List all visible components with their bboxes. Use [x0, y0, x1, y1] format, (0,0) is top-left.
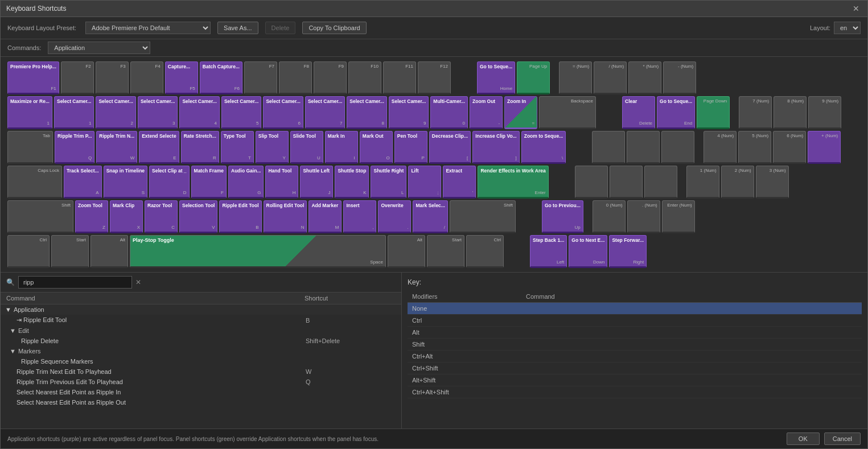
- key-space[interactable]: Play-Stop Toggle Space: [130, 235, 386, 268]
- key-slash[interactable]: Mark Selec... /: [413, 200, 448, 233]
- save-as-button[interactable]: Save As...: [217, 22, 258, 34]
- key-f[interactable]: Match Frame F: [191, 166, 227, 199]
- key-f4[interactable]: F4: [130, 61, 163, 94]
- key-backslash[interactable]: Zoom to Seque... \: [521, 131, 566, 164]
- key-x[interactable]: Mark Clip X: [110, 200, 143, 233]
- key-z[interactable]: Zoom Tool Z: [75, 200, 108, 233]
- cmd-edit-subgroup[interactable]: ▼ Edit: [1, 326, 401, 336]
- key-alt-r[interactable]: Alt: [388, 235, 425, 268]
- key-backtick[interactable]: Maximize or Re... 1: [7, 96, 52, 129]
- key-i[interactable]: Mark In I: [325, 131, 358, 164]
- key-lbracket[interactable]: Decrease Clip... [: [429, 131, 471, 164]
- key-w[interactable]: Ripple Trim N... W: [96, 131, 137, 164]
- commands-select[interactable]: Application: [48, 42, 150, 54]
- key-num4[interactable]: 4 (Num): [704, 131, 737, 164]
- key-g[interactable]: Audio Gain... G: [228, 166, 264, 199]
- key-d[interactable]: Select Clip at _ D: [149, 166, 189, 199]
- copy-to-clipboard-button[interactable]: Copy To Clipboard: [302, 22, 366, 34]
- modifier-shift[interactable]: Shift: [408, 339, 862, 351]
- key-0[interactable]: Multi-Camer... 0: [430, 96, 468, 129]
- clear-search-button[interactable]: ✕: [135, 278, 141, 286]
- cmd-ripple-delete[interactable]: Ripple Delete Shift+Delete: [1, 336, 401, 346]
- key-comma[interactable]: Insert ,: [343, 200, 376, 233]
- key-clear[interactable]: Clear Delete: [622, 96, 655, 129]
- key-f7[interactable]: F7: [244, 61, 277, 94]
- cmd-ripple-trim-prev[interactable]: Ripple Trim Previous Edit To Playhead Q: [1, 377, 401, 387]
- key-nav3[interactable]: [644, 166, 677, 199]
- key-del[interactable]: [592, 131, 625, 164]
- key-backspace[interactable]: Backspace: [539, 96, 596, 129]
- key-down[interactable]: Go to Next E... Down: [569, 235, 607, 268]
- key-tab[interactable]: Tab: [7, 131, 53, 164]
- key-num7[interactable]: 7 (Num): [739, 96, 772, 129]
- key-enter[interactable]: Render Effects in Work Area Enter: [478, 166, 548, 199]
- key-end[interactable]: Go to Seque... End: [657, 96, 695, 129]
- layout-select[interactable]: en: [834, 22, 861, 34]
- key-8[interactable]: Select Camer... 8: [347, 96, 386, 129]
- key-h[interactable]: Hand Tool H: [265, 166, 298, 199]
- key-f12[interactable]: F12: [418, 61, 451, 94]
- key-y[interactable]: Slip Tool Y: [256, 131, 289, 164]
- modifier-ctrl-shift[interactable]: Ctrl+Shift: [408, 363, 862, 374]
- key-4[interactable]: Select Camer... 4: [179, 96, 219, 129]
- modifier-alt-shift[interactable]: Alt+Shift: [408, 374, 862, 386]
- modifier-ctrl-alt[interactable]: Ctrl+Alt: [408, 351, 862, 363]
- key-left[interactable]: Step Back 1... Left: [530, 235, 567, 268]
- key-a[interactable]: Track Select... A: [64, 166, 102, 199]
- key-r[interactable]: Rate Stretch... R: [181, 131, 219, 164]
- key-numenter[interactable]: Enter (Num): [662, 200, 695, 233]
- key-ctrl-l[interactable]: Ctrl: [7, 235, 50, 268]
- key-home[interactable]: Go to Seque... Home: [477, 61, 515, 94]
- close-button[interactable]: ✕: [850, 4, 862, 13]
- key-f2[interactable]: F2: [61, 61, 94, 94]
- key-q[interactable]: Ripple Trim P... Q: [55, 131, 94, 164]
- key-pgup2[interactable]: [661, 131, 694, 164]
- key-quote[interactable]: Extract ': [443, 166, 476, 199]
- key-c[interactable]: Razor Tool C: [145, 200, 178, 233]
- key-m[interactable]: Add Marker M: [308, 200, 342, 233]
- key-pageup[interactable]: Page Up: [517, 61, 550, 94]
- key-num2[interactable]: 2 (Num): [721, 166, 754, 199]
- key-period[interactable]: Overwrite .: [378, 200, 411, 233]
- modifier-none[interactable]: None: [408, 303, 862, 315]
- key-f3[interactable]: F3: [96, 61, 129, 94]
- command-list[interactable]: ▼ Application ⇥ Ripple Edit Tool B ▼ Edi…: [1, 304, 401, 429]
- cmd-markers-subgroup[interactable]: ▼ Markers: [1, 346, 401, 356]
- key-f9[interactable]: F9: [314, 61, 347, 94]
- key-6[interactable]: Select Camer... 6: [263, 96, 303, 129]
- key-j[interactable]: Shuttle Left J: [300, 166, 333, 199]
- app-group-header[interactable]: ▼ Application: [1, 304, 401, 315]
- cmd-select-nearest-ripple-out[interactable]: Select Nearest Edit Point as Ripple Out: [1, 397, 401, 407]
- key-f5[interactable]: Capture... F5: [165, 61, 198, 94]
- key-5[interactable]: Select Camer... 5: [221, 96, 261, 129]
- key-nav1[interactable]: [575, 166, 608, 199]
- key-f11[interactable]: F11: [383, 61, 416, 94]
- key-num-eq[interactable]: = (Num): [559, 61, 592, 94]
- key-n[interactable]: Rolling Edit Tool N: [264, 200, 307, 233]
- key-s[interactable]: Snap in Timeline S: [104, 166, 147, 199]
- key-num5[interactable]: 5 (Num): [738, 131, 771, 164]
- key-numdot[interactable]: . (Num): [627, 200, 660, 233]
- key-equal[interactable]: Zoom In =: [504, 96, 537, 129]
- key-up[interactable]: Go to Previou... Up: [542, 200, 583, 233]
- modifier-alt[interactable]: Alt: [408, 327, 862, 339]
- delete-button[interactable]: Delete: [265, 22, 296, 34]
- key-alt-l[interactable]: Alt: [90, 235, 128, 268]
- key-f10[interactable]: F10: [348, 61, 381, 94]
- key-f6[interactable]: Batch Capture... F6: [200, 61, 242, 94]
- key-num-mul[interactable]: * (Num): [628, 61, 661, 94]
- key-shift-r[interactable]: Shift: [450, 200, 516, 233]
- key-right[interactable]: Step Forwar... Right: [609, 235, 647, 268]
- key-3[interactable]: Select Camer... 3: [138, 96, 178, 129]
- key-num-sub[interactable]: - (Num): [663, 61, 696, 94]
- key-num-plus[interactable]: + (Num): [808, 131, 841, 164]
- key-l[interactable]: Shuttle Right L: [371, 166, 406, 199]
- key-ctrl-r[interactable]: Ctrl: [466, 235, 504, 268]
- key-p[interactable]: Pen Tool P: [394, 131, 427, 164]
- key-caps[interactable]: Caps Lock: [7, 166, 62, 199]
- cmd-select-nearest-ripple-in[interactable]: Select Nearest Edit Point as Ripple In: [1, 387, 401, 397]
- key-v[interactable]: Selection Tool V: [179, 200, 217, 233]
- cmd-ripple-seq-markers[interactable]: Ripple Sequence Markers: [1, 356, 401, 366]
- key-u[interactable]: Slide Tool U: [290, 131, 323, 164]
- key-e[interactable]: Extend Selecte E: [139, 131, 179, 164]
